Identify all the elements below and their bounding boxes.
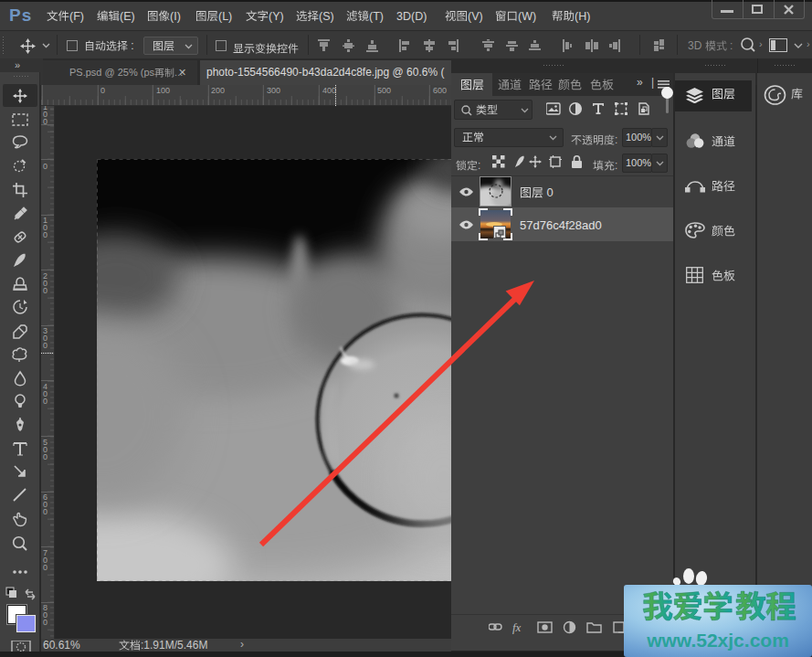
- svg-text:www.52xjc.com: www.52xjc.com: [646, 630, 789, 651]
